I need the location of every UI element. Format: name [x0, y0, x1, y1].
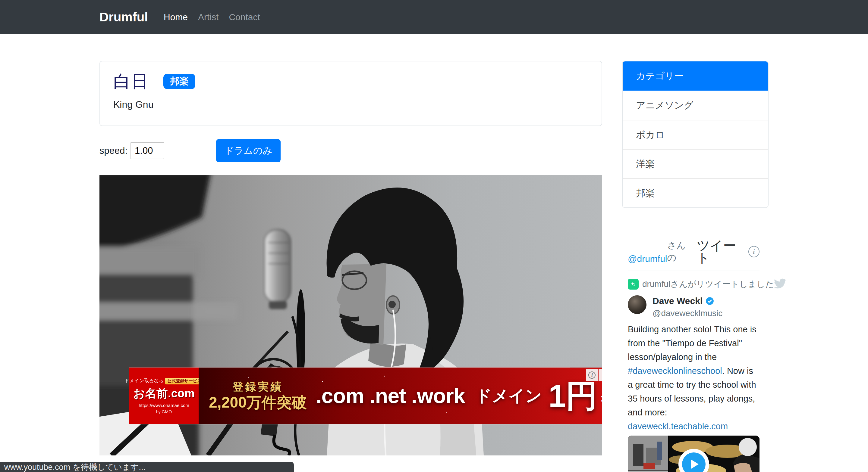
- info-icon[interactable]: i: [748, 246, 760, 257]
- nav-link-artist[interactable]: Artist: [198, 12, 218, 22]
- twitter-widget: @drumful さんの ツイート i drumfulさんがリツイートしました: [622, 239, 769, 472]
- play-icon: [691, 459, 699, 469]
- nav-link-home[interactable]: Home: [164, 12, 188, 22]
- ad-stats: 登録実績 2,200万件突破: [209, 380, 307, 411]
- youtube-player[interactable]: ドメイン取るなら 公式登録サービス お名前.com https://www.on…: [99, 175, 602, 456]
- ad-close-button[interactable]: ✕: [598, 369, 602, 381]
- ad-banner[interactable]: ドメイン取るなら 公式登録サービス お名前.com https://www.on…: [129, 368, 570, 424]
- ad-logo-block: ドメイン取るなら 公式登録サービス お名前.com https://www.on…: [129, 368, 198, 424]
- category-list: カテゴリー アニメソング ボカロ 洋楽 邦楽: [622, 61, 769, 208]
- avatar[interactable]: [628, 295, 647, 314]
- tweet-video-thumbnail[interactable]: [628, 436, 760, 472]
- ad-domain-word: ドメイン: [475, 385, 542, 407]
- ad-main: 登録実績 2,200万件突破 .com .net .work ドメイン 1円 (…: [198, 368, 602, 424]
- ad-stat-label: 登録実績: [209, 380, 307, 393]
- category-header: カテゴリー: [623, 61, 768, 91]
- ad-info-button[interactable]: i: [586, 369, 598, 381]
- tweet-url-link[interactable]: daveweckl.teachable.com: [628, 422, 728, 431]
- category-item-vocaloid[interactable]: ボカロ: [623, 120, 768, 149]
- speed-input[interactable]: [130, 142, 164, 159]
- ad-logo-badge: 公式登録サービス: [165, 378, 204, 384]
- tweet-text-part: Building another solo! This one is from …: [628, 325, 756, 362]
- ad-logo-url: https://www.onamae.com: [138, 403, 189, 408]
- ad-price: 1円: [549, 380, 597, 411]
- navbar: Drumful Home Artist Contact: [0, 0, 868, 34]
- tweet-text: Building another solo! This one is from …: [628, 323, 760, 433]
- playback-controls: speed: ドラムのみ: [99, 139, 602, 162]
- drums-only-button[interactable]: ドラムのみ: [216, 139, 281, 162]
- song-title-row: 白日 邦楽: [113, 73, 601, 90]
- main-column: 白日 邦楽 King Gnu speed: ドラムのみ: [99, 61, 602, 472]
- tweet: Dave Weckl @davewecklmusic: [628, 295, 760, 318]
- tweet-hashtag-link[interactable]: #davewecklonlineschool: [628, 366, 722, 376]
- retweet-notice-row: drumfulさんがリツイートしました: [628, 278, 760, 290]
- ad-logo-by: by GMO: [156, 409, 172, 414]
- category-item-japanese[interactable]: 邦楽: [623, 178, 768, 207]
- twitter-handle-link[interactable]: @drumful: [628, 254, 667, 264]
- twitter-header-title: ツイート: [697, 239, 748, 264]
- twitter-widget-header: @drumful さんの ツイート i: [628, 239, 760, 264]
- genre-badge[interactable]: 邦楽: [163, 74, 195, 89]
- tweet-author-name[interactable]: Dave Weckl: [652, 296, 703, 306]
- divider: [628, 271, 760, 271]
- song-title: 白日: [113, 73, 149, 90]
- adchoices-icon: i: [588, 371, 595, 379]
- brand-drumful[interactable]: Drumful: [99, 10, 148, 24]
- ad-stat-value: 2,200万件突破: [209, 394, 307, 411]
- category-item-animesong[interactable]: アニメソング: [623, 91, 768, 120]
- song-card: 白日 邦楽 King Gnu: [99, 61, 602, 126]
- retweet-notice: drumfulさんがリツイートしました: [642, 278, 774, 290]
- tweet-author-handle[interactable]: @davewecklmusic: [652, 308, 722, 318]
- ad-tlds: .com .net .work: [316, 384, 465, 408]
- ad-from-word: から: [600, 391, 602, 416]
- category-item-western[interactable]: 洋楽: [623, 149, 768, 178]
- twitter-header-suffix: さんの: [667, 239, 694, 264]
- verified-badge-icon: [706, 297, 714, 305]
- ad-price-note: (税抜) から: [600, 376, 602, 416]
- ad-logo-tagline: ドメイン取るなら: [124, 378, 164, 384]
- browser-status-bar: www.youtube.com を待機しています...: [0, 462, 294, 472]
- sidebar: カテゴリー アニメソング ボカロ 洋楽 邦楽 @drumful さんの ツイート…: [622, 61, 769, 472]
- page-container: 白日 邦楽 King Gnu speed: ドラムのみ: [0, 34, 868, 472]
- nav-link-contact[interactable]: Contact: [229, 12, 260, 22]
- retweet-icon: [628, 279, 639, 290]
- song-artist: King Gnu: [113, 99, 601, 110]
- twitter-bird-icon: [774, 278, 786, 290]
- speed-label: speed:: [99, 145, 127, 156]
- ad-logo-brand: お名前.com: [133, 386, 195, 401]
